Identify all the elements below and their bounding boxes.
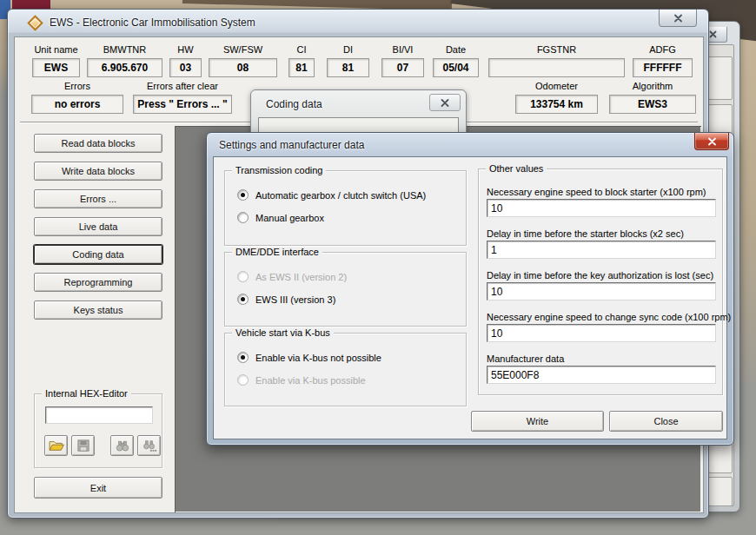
input-label: Delay in time before the key authorizati…	[487, 270, 713, 281]
close-button[interactable]: Close	[609, 411, 723, 432]
other-values-group: Other values Necessary engine speed to b…	[478, 168, 723, 395]
settings-dialog-title: Settings and manufacturer data	[219, 139, 364, 151]
manufacturer-data-input[interactable]	[487, 366, 716, 384]
field-unit-name: Unit name EWS	[32, 43, 80, 77]
radio-label: Enable via K-bus not possible	[255, 353, 381, 363]
field-value: EWS3	[609, 95, 696, 114]
field-label: FGSTNR	[488, 43, 625, 56]
radio-as-ews2: As EWS II (version 2)	[237, 271, 347, 282]
group-title: Vehicle start via K-bus	[232, 327, 334, 338]
field-label: BMWTNR	[87, 43, 162, 56]
group-title: DME/DDE interface	[232, 247, 322, 257]
hex-find-next-button[interactable]	[137, 435, 161, 456]
hex-open-file-button[interactable]	[44, 435, 68, 456]
close-icon	[707, 137, 717, 146]
field-label: ADFG	[633, 43, 693, 56]
background-window-button	[708, 56, 733, 100]
field-label: DI	[327, 43, 369, 56]
keys-status-button[interactable]: Keys status	[34, 301, 162, 320]
errors-button[interactable]: Errors ...	[34, 189, 162, 208]
desktop: { "colors": { "dialog_close_red": "#c13a…	[0, 0, 756, 535]
radio-ews3[interactable]: EWS III (version 3)	[237, 294, 335, 305]
field-date: Date 05/04	[433, 43, 479, 77]
delay-key-authorization-input[interactable]	[487, 282, 716, 301]
field-label: Errors	[31, 80, 123, 93]
field-value: 133754 km	[515, 95, 598, 114]
exit-button[interactable]: Exit	[34, 477, 162, 499]
field-value: 81	[327, 58, 369, 77]
engine-speed-block-starter-input[interactable]	[487, 199, 716, 217]
field-bivi: BI/VI 07	[381, 43, 424, 77]
radio-kbus-possible: Enable via K-bus possible	[237, 374, 366, 386]
find-icon	[116, 440, 129, 452]
radio-disabled-icon	[237, 271, 249, 282]
radio-selected-icon	[237, 294, 249, 305]
radio-selected-icon	[237, 352, 249, 363]
field-value: 6.905.670	[87, 58, 162, 77]
field-algorithm: Algorithm EWS3	[609, 80, 696, 114]
field-label: Algorithm	[609, 80, 696, 93]
settings-dialog-client: Transmission coding Automatic gearbox / …	[213, 156, 727, 439]
radio-kbus-not-possible[interactable]: Enable via K-bus not possible	[237, 352, 381, 363]
engine-speed-sync-code-input[interactable]	[487, 324, 716, 342]
radio-label: EWS III (version 3)	[255, 294, 335, 305]
hex-editor-group-title: Internal HEX-Editor	[42, 388, 131, 399]
settings-dialog-close-button[interactable]	[694, 133, 729, 150]
hex-save-button[interactable]	[71, 435, 95, 456]
group-title: Transmission coding	[232, 165, 326, 175]
transmission-coding-group: Transmission coding Automatic gearbox / …	[224, 170, 467, 246]
hex-editor-group: Internal HEX-Editor	[34, 393, 162, 468]
field-label: Odometer	[515, 80, 598, 93]
field-ci: CI 81	[288, 43, 315, 77]
radio-disabled-icon	[237, 374, 249, 386]
live-data-button[interactable]: Live data	[34, 217, 162, 236]
field-value: EWS	[32, 58, 80, 77]
hex-find-button[interactable]	[110, 435, 134, 456]
field-value: 05/04	[433, 58, 479, 77]
coding-data-button[interactable]: Coding data	[34, 245, 162, 264]
write-data-blocks-button[interactable]: Write data blocks	[34, 162, 162, 181]
hex-editor-input[interactable]	[45, 406, 153, 424]
field-label: SW/FSW	[209, 43, 277, 56]
field-value: 03	[169, 58, 202, 77]
dme-dde-interface-group: DME/DDE interface As EWS II (version 2) …	[224, 252, 467, 327]
field-value: 81	[288, 58, 315, 77]
radio-label: As EWS II (version 2)	[255, 272, 347, 282]
radio-automatic-gearbox[interactable]: Automatic gearbox / clutch switch (USA)	[237, 189, 426, 201]
field-label: Unit name	[32, 43, 80, 56]
vehicle-start-kbus-group: Vehicle start via K-bus Enable via K-bus…	[224, 333, 467, 406]
delay-starter-blocks-input[interactable]	[487, 241, 716, 259]
field-label: Date	[433, 43, 479, 56]
field-label: BI/VI	[381, 43, 424, 56]
input-label: Manufacturer data	[487, 353, 564, 364]
reprogramming-button[interactable]: Reprogramming	[34, 273, 162, 292]
coding-data-close-button[interactable]	[429, 94, 461, 111]
radio-selected-icon	[237, 189, 249, 201]
field-errors: Errors no errors	[31, 80, 123, 114]
field-label: Errors after clear	[133, 80, 232, 93]
write-button[interactable]: Write	[471, 411, 604, 432]
find-next-icon	[143, 440, 156, 452]
save-icon	[77, 439, 90, 452]
field-label: HW	[169, 43, 202, 56]
field-value: Press " Errors ... "	[133, 95, 232, 114]
field-value: 08	[209, 58, 277, 77]
field-value: FFFFFF	[633, 58, 693, 77]
main-window-close-button[interactable]	[659, 10, 697, 27]
background-window-button	[708, 477, 733, 506]
field-bmwtnr: BMWTNR 6.905.670	[87, 43, 162, 77]
radio-unselected-icon	[237, 212, 249, 223]
open-folder-icon	[49, 439, 64, 452]
settings-dialog: Settings and manufacturer data Transmiss…	[206, 132, 734, 446]
field-fgstnr: FGSTNR	[488, 43, 625, 77]
field-value: 07	[381, 58, 424, 77]
read-data-blocks-button[interactable]: Read data blocks	[34, 134, 162, 153]
coding-data-window-title: Coding data	[266, 98, 322, 110]
input-label: Necessary engine speed to block starter …	[487, 187, 706, 197]
input-label: Delay in time before the starter blocks …	[487, 228, 684, 239]
field-odometer: Odometer 133754 km	[515, 80, 598, 114]
group-title: Other values	[486, 163, 547, 174]
radio-manual-gearbox[interactable]: Manual gearbox	[237, 212, 324, 223]
radio-label: Enable via K-bus possible	[255, 375, 366, 386]
input-label: Necessary engine speed to change sync co…	[487, 312, 731, 322]
